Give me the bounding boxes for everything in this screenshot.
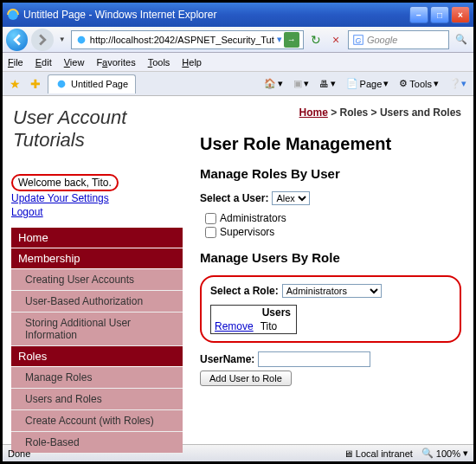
svg-point-4 <box>58 81 66 88</box>
remove-user-link[interactable]: Remove <box>215 320 254 332</box>
users-table: Users Remove Tito <box>210 305 297 334</box>
page-menu-icon: 📄 <box>346 78 358 89</box>
nav-user-auth[interactable]: User-Based Authorization <box>11 291 183 313</box>
rss-icon: ▣ <box>293 78 302 89</box>
username-input[interactable] <box>258 351 370 367</box>
tab-page-icon <box>55 78 68 90</box>
nav-home[interactable]: Home <box>11 228 183 248</box>
url-dropdown-icon[interactable]: ▾ <box>277 34 282 45</box>
select-role-dropdown[interactable]: Administrators <box>282 284 382 298</box>
status-text: Done <box>8 448 30 459</box>
page-body: User Account Tutorials Welcome back, Tit… <box>3 96 473 444</box>
print-button[interactable]: 🖶 ▾ <box>316 78 339 89</box>
breadcrumb-roles: Roles <box>340 106 369 119</box>
role-checkbox-row: Supervisors <box>205 226 461 238</box>
add-user-button[interactable]: Add User to Role <box>200 371 292 386</box>
checkbox-administrators-label: Administrators <box>220 212 286 224</box>
google-icon: G <box>352 34 364 46</box>
select-role-label: Select a Role: <box>210 285 279 297</box>
page-menu[interactable]: 📄 Page ▾ <box>343 78 393 89</box>
site-title: User Account Tutorials <box>13 106 188 151</box>
page-icon <box>75 34 87 46</box>
refresh-button[interactable]: ↻ <box>307 31 325 48</box>
intranet-icon: 🖥 <box>344 448 353 459</box>
username-label: UserName: <box>200 353 254 365</box>
search-button[interactable]: 🔍 <box>453 31 470 48</box>
home-icon: 🏠 <box>264 78 276 89</box>
gear-icon: ⚙ <box>399 78 408 89</box>
url-text: http://localhost:2042/ASPNET_Security_Tu… <box>87 35 277 45</box>
breadcrumb-home[interactable]: Home <box>299 106 328 119</box>
nav-create-account-roles[interactable]: Create Account (with Roles) <box>11 410 183 432</box>
search-placeholder: Google <box>364 35 397 45</box>
browser-tab[interactable]: Untitled Page <box>48 74 136 93</box>
section-users-by-role: Manage Users By Role <box>200 250 461 265</box>
section-roles-by-user: Manage Roles By User <box>200 166 461 181</box>
checkbox-administrators[interactable] <box>205 213 216 224</box>
add-favorites-button[interactable]: ✚ <box>27 75 44 93</box>
checkbox-supervisors[interactable] <box>205 227 216 238</box>
zoom-control[interactable]: 🔍 100% ▾ <box>421 448 468 459</box>
maximize-button[interactable]: □ <box>430 6 449 23</box>
go-button[interactable]: → <box>284 32 299 48</box>
user-cell: Tito <box>257 319 297 334</box>
update-settings-link[interactable]: Update Your Settings <box>11 192 188 206</box>
nav-role-based[interactable]: Role-Based <box>11 432 183 454</box>
page-heading: User Role Management <box>200 134 461 154</box>
tab-bar: ★ ✚ Untitled Page 🏠 ▾ ▣ ▾ 🖶 ▾ 📄 Page ▾ ⚙… <box>3 72 473 96</box>
nav-history-dropdown-icon[interactable]: ▼ <box>57 35 68 43</box>
svg-point-1 <box>77 35 85 43</box>
breadcrumb-current: Users and Roles <box>380 106 461 119</box>
window-title: Untitled Page - Windows Internet Explore… <box>23 9 409 21</box>
menu-edit[interactable]: Edit <box>35 57 52 68</box>
nav-manage-roles[interactable]: Manage Roles <box>11 367 183 389</box>
select-user-dropdown[interactable]: Alex <box>272 191 310 205</box>
nav-users-roles[interactable]: Users and Roles <box>11 389 183 410</box>
menu-help[interactable]: Help <box>182 57 202 68</box>
address-bar: ▼ http://localhost:2042/ASPNET_Security_… <box>3 27 473 53</box>
security-zone[interactable]: 🖥 Local intranet <box>344 448 413 459</box>
stop-button[interactable]: × <box>327 31 344 48</box>
url-field[interactable]: http://localhost:2042/ASPNET_Security_Tu… <box>71 30 304 49</box>
logout-link[interactable]: Logout <box>11 206 188 220</box>
zoom-icon: 🔍 <box>421 448 434 459</box>
home-button[interactable]: 🏠 ▾ <box>261 78 286 89</box>
close-button[interactable]: × <box>451 6 470 23</box>
favorites-center-button[interactable]: ★ <box>6 75 23 93</box>
print-icon: 🖶 <box>319 79 329 89</box>
menu-tools[interactable]: Tools <box>148 57 170 68</box>
menu-bar: File Edit View Favorites Tools Help <box>3 53 473 72</box>
forward-button[interactable] <box>31 29 53 51</box>
nav-roles[interactable]: Roles <box>11 346 183 367</box>
role-checkbox-row: Administrators <box>205 212 461 224</box>
menu-favorites[interactable]: Favorites <box>96 57 135 68</box>
minimize-button[interactable]: − <box>409 6 428 23</box>
table-row: Remove Tito <box>211 319 297 334</box>
ie-icon <box>6 8 20 22</box>
nav-membership[interactable]: Membership <box>11 248 183 269</box>
tools-menu[interactable]: ⚙ Tools ▾ <box>396 78 442 89</box>
side-nav: Home Membership Creating User Accounts U… <box>11 228 183 454</box>
nav-storing-info[interactable]: Storing Additional User Information <box>11 313 183 346</box>
menu-view[interactable]: View <box>64 57 85 68</box>
menu-file[interactable]: File <box>8 57 23 68</box>
feeds-button[interactable]: ▣ ▾ <box>290 78 312 89</box>
window-titlebar: Untitled Page - Windows Internet Explore… <box>3 3 473 27</box>
users-header: Users <box>257 306 297 320</box>
back-button[interactable] <box>6 29 28 51</box>
role-block: Select a Role: Administrators Users Remo… <box>200 275 461 343</box>
svg-text:G: G <box>355 35 361 44</box>
help-icon[interactable]: ❔▾ <box>446 78 470 89</box>
nav-creating-accounts[interactable]: Creating User Accounts <box>11 269 183 291</box>
welcome-message: Welcome back, Tito. <box>11 174 119 191</box>
tab-label: Untitled Page <box>71 79 128 89</box>
search-input[interactable]: G Google <box>348 30 450 49</box>
select-user-label: Select a User: <box>200 192 268 204</box>
breadcrumb: Home > Roles > Users and Roles <box>200 103 461 129</box>
checkbox-supervisors-label: Supervisors <box>220 226 274 238</box>
add-user-section: UserName: Add User to Role <box>200 351 461 386</box>
